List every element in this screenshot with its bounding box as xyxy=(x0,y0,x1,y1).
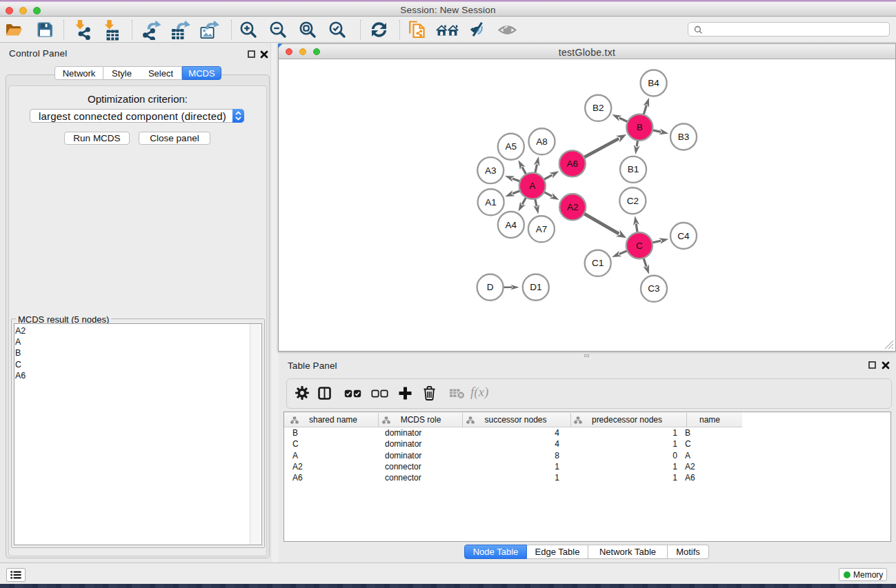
svg-text:A2: A2 xyxy=(567,202,579,212)
svg-text:B2: B2 xyxy=(593,103,604,113)
svg-text:D: D xyxy=(487,282,494,292)
svg-text:C4: C4 xyxy=(677,231,690,241)
svg-text:B3: B3 xyxy=(678,132,690,142)
svg-text:A3: A3 xyxy=(485,165,497,176)
svg-text:A5: A5 xyxy=(506,141,517,152)
svg-text:A6: A6 xyxy=(567,159,579,169)
svg-text:A: A xyxy=(529,181,535,191)
svg-text:D1: D1 xyxy=(530,282,541,292)
svg-text:A4: A4 xyxy=(506,220,517,230)
svg-text:B4: B4 xyxy=(648,78,659,88)
svg-text:C1: C1 xyxy=(592,258,604,268)
svg-text:B: B xyxy=(637,122,643,132)
svg-text:C2: C2 xyxy=(627,196,639,206)
svg-text:C3: C3 xyxy=(648,283,659,294)
svg-text:A8: A8 xyxy=(536,136,548,147)
svg-text:B1: B1 xyxy=(628,164,639,174)
svg-text:A7: A7 xyxy=(536,224,548,234)
svg-text:A1: A1 xyxy=(485,197,497,207)
svg-text:C: C xyxy=(636,241,643,251)
